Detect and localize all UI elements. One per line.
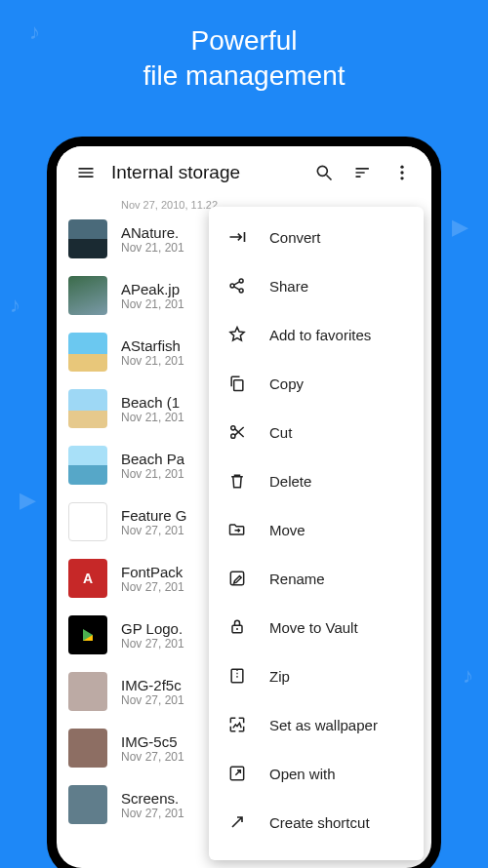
thumbnail-icon: [68, 615, 107, 654]
thumbnail-icon: [68, 672, 107, 711]
menu-cut[interactable]: Cut: [209, 408, 424, 456]
menu-rename[interactable]: Rename: [209, 554, 424, 603]
file-name: APeak.jp: [121, 281, 184, 297]
menu-delete[interactable]: Delete: [209, 456, 424, 505]
menu-icon[interactable]: [66, 153, 105, 192]
menu-convert[interactable]: Convert: [209, 213, 424, 261]
file-date: Nov 21, 201: [121, 411, 184, 424]
delete-icon: [226, 470, 248, 492]
file-date: Nov 21, 201: [121, 354, 184, 368]
thumbnail-icon: [68, 389, 107, 428]
menu-label: Rename: [269, 571, 325, 587]
sort-icon[interactable]: [344, 153, 383, 192]
file-date: Nov 27, 201: [121, 524, 187, 537]
convert-icon: [226, 226, 248, 248]
svg-line-13: [235, 429, 244, 437]
thumbnail-icon: [68, 276, 107, 315]
file-name: Beach (1: [121, 394, 184, 411]
zip-icon: [226, 665, 248, 687]
svg-line-14: [235, 427, 244, 435]
menu-favorites[interactable]: Add to favorites: [209, 310, 424, 359]
svg-line-8: [234, 282, 240, 285]
thumbnail-icon: [68, 333, 107, 372]
promo-line-1: Powerful: [0, 23, 488, 59]
file-name: ANature.: [121, 224, 184, 241]
svg-point-7: [239, 289, 243, 293]
menu-label: Set as wallpaper: [269, 717, 378, 733]
menu-copy[interactable]: Copy: [209, 359, 424, 408]
cut-icon: [226, 421, 248, 443]
menu-label: Move: [269, 522, 305, 538]
thumbnail-icon: [68, 502, 107, 541]
menu-label: Copy: [269, 375, 304, 392]
svg-point-0: [317, 166, 327, 176]
file-date: Nov 21, 201: [121, 467, 184, 481]
star-icon: [226, 324, 248, 345]
openwith-icon: [226, 763, 248, 784]
svg-point-3: [400, 171, 403, 174]
shortcut-icon: [226, 811, 248, 833]
file-date: Nov 27, 201: [121, 750, 184, 764]
menu-properties[interactable]: Properties: [209, 847, 424, 860]
file-date: Nov 27, 201: [121, 693, 184, 707]
rename-icon: [226, 568, 248, 589]
file-date: Nov 21, 201: [121, 297, 184, 311]
file-name: IMG-2f5c: [121, 677, 184, 693]
promo-line-2: file management: [0, 59, 488, 94]
promo-title: Powerful file management: [0, 0, 488, 126]
file-date: Nov 27, 201: [121, 580, 184, 594]
file-date: Nov 27, 201: [121, 807, 184, 820]
copy-icon: [226, 373, 248, 394]
file-name: FontPack: [121, 564, 184, 580]
share-icon: [226, 275, 248, 296]
thumbnail-icon: A: [68, 559, 107, 598]
svg-line-1: [327, 176, 332, 180]
file-name: Beach Pa: [121, 451, 184, 467]
menu-openwith[interactable]: Open with: [209, 749, 424, 798]
file-name: Screens.: [121, 790, 184, 807]
wallpaper-icon: [226, 714, 248, 735]
menu-label: Create shortcut: [269, 814, 370, 831]
svg-rect-10: [234, 380, 243, 391]
file-name: Feature G: [121, 507, 187, 524]
appbar: Internal storage: [57, 146, 431, 199]
search-icon[interactable]: [305, 153, 344, 192]
menu-label: Cut: [269, 424, 292, 441]
svg-point-2: [400, 166, 403, 169]
file-name: GP Logo.: [121, 620, 184, 637]
menu-wallpaper[interactable]: Set as wallpaper: [209, 700, 424, 749]
svg-point-6: [239, 279, 243, 283]
svg-point-4: [400, 177, 403, 179]
file-name: AStarfish: [121, 337, 184, 354]
file-date: Nov 21, 201: [121, 241, 184, 255]
menu-label: Share: [269, 278, 308, 295]
file-date: Nov 27, 201: [121, 637, 184, 651]
thumbnail-icon: [68, 785, 107, 824]
menu-label: Move to Vault: [269, 619, 358, 636]
thumbnail-icon: [68, 729, 107, 768]
screen: Internal storage Nov 27, 2010, 11.22 ANa…: [57, 146, 431, 868]
lock-icon: [226, 616, 248, 638]
menu-zip[interactable]: Zip: [209, 651, 424, 700]
svg-point-5: [230, 284, 234, 288]
menu-label: Convert: [269, 229, 321, 246]
move-icon: [226, 519, 248, 540]
more-icon[interactable]: [383, 153, 422, 192]
menu-vault[interactable]: Move to Vault: [209, 603, 424, 651]
file-name: IMG-5c5: [121, 733, 184, 750]
thumbnail-icon: [68, 219, 107, 258]
menu-label: Open with: [269, 766, 336, 782]
menu-label: Zip: [269, 668, 290, 685]
menu-share[interactable]: Share: [209, 261, 424, 310]
menu-move[interactable]: Move: [209, 505, 424, 554]
svg-point-17: [236, 628, 238, 630]
phone-frame: Internal storage Nov 27, 2010, 11.22 ANa…: [47, 137, 441, 868]
thumbnail-icon: [68, 446, 107, 485]
menu-label: Delete: [269, 473, 311, 490]
context-menu: Convert Share Add to favorites Copy Cut …: [209, 207, 424, 860]
appbar-title: Internal storage: [105, 162, 305, 183]
menu-label: Add to favorites: [269, 327, 371, 343]
svg-line-9: [234, 287, 240, 290]
menu-shortcut[interactable]: Create shortcut: [209, 798, 424, 847]
